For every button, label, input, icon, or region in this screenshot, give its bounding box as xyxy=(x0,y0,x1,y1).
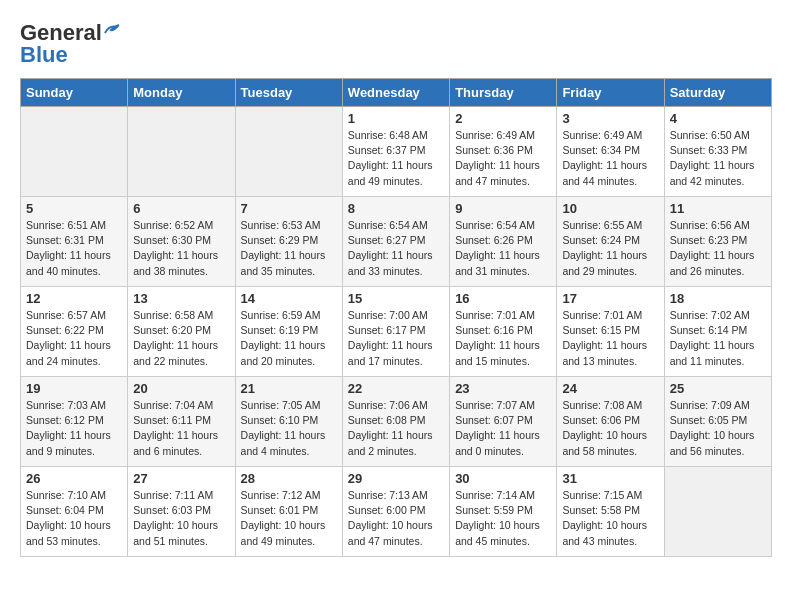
day-number: 13 xyxy=(133,291,229,306)
day-number: 7 xyxy=(241,201,337,216)
day-number: 1 xyxy=(348,111,444,126)
day-number: 28 xyxy=(241,471,337,486)
day-number: 26 xyxy=(26,471,122,486)
calendar-cell: 21Sunrise: 7:05 AM Sunset: 6:10 PM Dayli… xyxy=(235,377,342,467)
day-number: 15 xyxy=(348,291,444,306)
calendar-cell: 18Sunrise: 7:02 AM Sunset: 6:14 PM Dayli… xyxy=(664,287,771,377)
day-number: 30 xyxy=(455,471,551,486)
calendar-cell: 11Sunrise: 6:56 AM Sunset: 6:23 PM Dayli… xyxy=(664,197,771,287)
day-number: 8 xyxy=(348,201,444,216)
day-info: Sunrise: 6:54 AM Sunset: 6:27 PM Dayligh… xyxy=(348,218,444,279)
day-info: Sunrise: 7:04 AM Sunset: 6:11 PM Dayligh… xyxy=(133,398,229,459)
calendar-cell: 13Sunrise: 6:58 AM Sunset: 6:20 PM Dayli… xyxy=(128,287,235,377)
page-header: General Blue xyxy=(20,20,772,68)
logo: General Blue xyxy=(20,20,121,68)
day-info: Sunrise: 7:09 AM Sunset: 6:05 PM Dayligh… xyxy=(670,398,766,459)
day-number: 20 xyxy=(133,381,229,396)
day-info: Sunrise: 7:15 AM Sunset: 5:58 PM Dayligh… xyxy=(562,488,658,549)
calendar-cell: 5Sunrise: 6:51 AM Sunset: 6:31 PM Daylig… xyxy=(21,197,128,287)
day-number: 27 xyxy=(133,471,229,486)
calendar-cell: 9Sunrise: 6:54 AM Sunset: 6:26 PM Daylig… xyxy=(450,197,557,287)
day-info: Sunrise: 6:49 AM Sunset: 6:34 PM Dayligh… xyxy=(562,128,658,189)
calendar-cell: 6Sunrise: 6:52 AM Sunset: 6:30 PM Daylig… xyxy=(128,197,235,287)
calendar-cell xyxy=(664,467,771,557)
calendar-cell: 1Sunrise: 6:48 AM Sunset: 6:37 PM Daylig… xyxy=(342,107,449,197)
col-header-wednesday: Wednesday xyxy=(342,79,449,107)
calendar-cell: 20Sunrise: 7:04 AM Sunset: 6:11 PM Dayli… xyxy=(128,377,235,467)
day-number: 4 xyxy=(670,111,766,126)
day-number: 21 xyxy=(241,381,337,396)
day-number: 14 xyxy=(241,291,337,306)
calendar-cell: 19Sunrise: 7:03 AM Sunset: 6:12 PM Dayli… xyxy=(21,377,128,467)
calendar-cell: 22Sunrise: 7:06 AM Sunset: 6:08 PM Dayli… xyxy=(342,377,449,467)
day-info: Sunrise: 7:03 AM Sunset: 6:12 PM Dayligh… xyxy=(26,398,122,459)
calendar-table: SundayMondayTuesdayWednesdayThursdayFrid… xyxy=(20,78,772,557)
day-number: 11 xyxy=(670,201,766,216)
col-header-saturday: Saturday xyxy=(664,79,771,107)
col-header-tuesday: Tuesday xyxy=(235,79,342,107)
day-info: Sunrise: 7:12 AM Sunset: 6:01 PM Dayligh… xyxy=(241,488,337,549)
calendar-cell: 29Sunrise: 7:13 AM Sunset: 6:00 PM Dayli… xyxy=(342,467,449,557)
calendar-cell: 8Sunrise: 6:54 AM Sunset: 6:27 PM Daylig… xyxy=(342,197,449,287)
calendar-cell: 28Sunrise: 7:12 AM Sunset: 6:01 PM Dayli… xyxy=(235,467,342,557)
col-header-sunday: Sunday xyxy=(21,79,128,107)
day-number: 24 xyxy=(562,381,658,396)
day-info: Sunrise: 6:58 AM Sunset: 6:20 PM Dayligh… xyxy=(133,308,229,369)
day-info: Sunrise: 6:52 AM Sunset: 6:30 PM Dayligh… xyxy=(133,218,229,279)
day-number: 2 xyxy=(455,111,551,126)
calendar-cell: 16Sunrise: 7:01 AM Sunset: 6:16 PM Dayli… xyxy=(450,287,557,377)
calendar-cell: 10Sunrise: 6:55 AM Sunset: 6:24 PM Dayli… xyxy=(557,197,664,287)
day-number: 31 xyxy=(562,471,658,486)
calendar-cell: 2Sunrise: 6:49 AM Sunset: 6:36 PM Daylig… xyxy=(450,107,557,197)
day-number: 10 xyxy=(562,201,658,216)
day-number: 5 xyxy=(26,201,122,216)
day-number: 19 xyxy=(26,381,122,396)
calendar-cell: 24Sunrise: 7:08 AM Sunset: 6:06 PM Dayli… xyxy=(557,377,664,467)
day-info: Sunrise: 6:57 AM Sunset: 6:22 PM Dayligh… xyxy=(26,308,122,369)
day-number: 25 xyxy=(670,381,766,396)
calendar-cell: 23Sunrise: 7:07 AM Sunset: 6:07 PM Dayli… xyxy=(450,377,557,467)
logo-bird-icon xyxy=(103,23,121,37)
day-number: 23 xyxy=(455,381,551,396)
day-info: Sunrise: 6:55 AM Sunset: 6:24 PM Dayligh… xyxy=(562,218,658,279)
day-info: Sunrise: 7:07 AM Sunset: 6:07 PM Dayligh… xyxy=(455,398,551,459)
col-header-monday: Monday xyxy=(128,79,235,107)
day-number: 12 xyxy=(26,291,122,306)
day-info: Sunrise: 7:02 AM Sunset: 6:14 PM Dayligh… xyxy=(670,308,766,369)
col-header-thursday: Thursday xyxy=(450,79,557,107)
day-info: Sunrise: 7:05 AM Sunset: 6:10 PM Dayligh… xyxy=(241,398,337,459)
calendar-cell: 3Sunrise: 6:49 AM Sunset: 6:34 PM Daylig… xyxy=(557,107,664,197)
day-number: 3 xyxy=(562,111,658,126)
day-number: 16 xyxy=(455,291,551,306)
calendar-cell xyxy=(128,107,235,197)
day-number: 29 xyxy=(348,471,444,486)
calendar-cell: 7Sunrise: 6:53 AM Sunset: 6:29 PM Daylig… xyxy=(235,197,342,287)
day-info: Sunrise: 7:00 AM Sunset: 6:17 PM Dayligh… xyxy=(348,308,444,369)
calendar-cell: 12Sunrise: 6:57 AM Sunset: 6:22 PM Dayli… xyxy=(21,287,128,377)
day-info: Sunrise: 7:08 AM Sunset: 6:06 PM Dayligh… xyxy=(562,398,658,459)
day-number: 9 xyxy=(455,201,551,216)
day-info: Sunrise: 6:54 AM Sunset: 6:26 PM Dayligh… xyxy=(455,218,551,279)
calendar-cell: 25Sunrise: 7:09 AM Sunset: 6:05 PM Dayli… xyxy=(664,377,771,467)
day-info: Sunrise: 6:51 AM Sunset: 6:31 PM Dayligh… xyxy=(26,218,122,279)
day-info: Sunrise: 6:49 AM Sunset: 6:36 PM Dayligh… xyxy=(455,128,551,189)
day-info: Sunrise: 6:50 AM Sunset: 6:33 PM Dayligh… xyxy=(670,128,766,189)
day-number: 18 xyxy=(670,291,766,306)
calendar-cell: 31Sunrise: 7:15 AM Sunset: 5:58 PM Dayli… xyxy=(557,467,664,557)
calendar-cell: 26Sunrise: 7:10 AM Sunset: 6:04 PM Dayli… xyxy=(21,467,128,557)
day-info: Sunrise: 7:10 AM Sunset: 6:04 PM Dayligh… xyxy=(26,488,122,549)
day-info: Sunrise: 6:48 AM Sunset: 6:37 PM Dayligh… xyxy=(348,128,444,189)
day-number: 22 xyxy=(348,381,444,396)
calendar-cell: 17Sunrise: 7:01 AM Sunset: 6:15 PM Dayli… xyxy=(557,287,664,377)
day-info: Sunrise: 7:13 AM Sunset: 6:00 PM Dayligh… xyxy=(348,488,444,549)
day-info: Sunrise: 7:01 AM Sunset: 6:16 PM Dayligh… xyxy=(455,308,551,369)
calendar-cell: 4Sunrise: 6:50 AM Sunset: 6:33 PM Daylig… xyxy=(664,107,771,197)
calendar-cell: 30Sunrise: 7:14 AM Sunset: 5:59 PM Dayli… xyxy=(450,467,557,557)
day-info: Sunrise: 7:06 AM Sunset: 6:08 PM Dayligh… xyxy=(348,398,444,459)
day-info: Sunrise: 7:14 AM Sunset: 5:59 PM Dayligh… xyxy=(455,488,551,549)
calendar-cell xyxy=(21,107,128,197)
col-header-friday: Friday xyxy=(557,79,664,107)
calendar-cell: 14Sunrise: 6:59 AM Sunset: 6:19 PM Dayli… xyxy=(235,287,342,377)
logo-blue: Blue xyxy=(20,42,68,68)
calendar-cell: 15Sunrise: 7:00 AM Sunset: 6:17 PM Dayli… xyxy=(342,287,449,377)
